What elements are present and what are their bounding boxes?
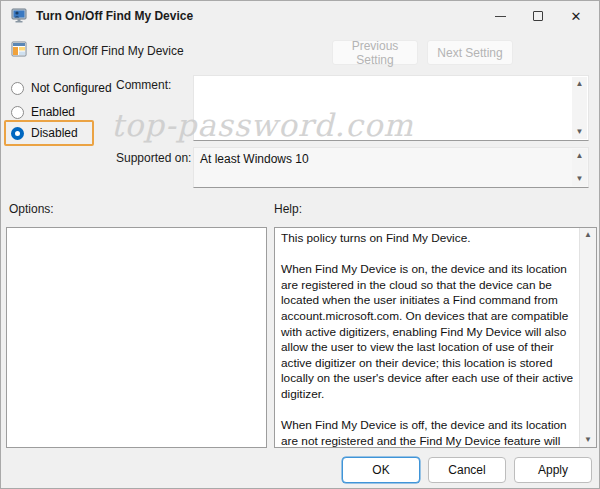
maximize-button[interactable] bbox=[519, 1, 557, 31]
scroll-up-icon[interactable]: ▲ bbox=[576, 77, 584, 91]
radio-disabled-highlighted[interactable]: Disabled bbox=[4, 120, 94, 146]
scroll-up-icon[interactable]: ▲ bbox=[576, 149, 584, 163]
policy-name: Turn On/Off Find My Device bbox=[35, 44, 184, 58]
policy-header: Turn On/Off Find My Device Previous Sett… bbox=[1, 33, 599, 69]
window-title: Turn On/Off Find My Device bbox=[36, 9, 193, 23]
radio-enabled[interactable]: Enabled bbox=[11, 105, 75, 119]
policy-setting-icon bbox=[11, 41, 27, 57]
supported-on-value: At least Windows 10 bbox=[200, 152, 568, 166]
radio-label: Disabled bbox=[31, 126, 78, 140]
comment-scrollbar[interactable]: ▲ ▼ bbox=[572, 77, 587, 139]
supported-on-label: Supported on: bbox=[116, 151, 191, 165]
scroll-down-icon[interactable]: ▼ bbox=[576, 172, 584, 186]
window-controls: ✕ bbox=[481, 1, 595, 31]
close-icon: ✕ bbox=[571, 10, 582, 23]
comment-label: Comment: bbox=[116, 78, 171, 92]
radio-circle-icon bbox=[11, 82, 24, 95]
scroll-up-icon[interactable]: ▲ bbox=[584, 228, 592, 242]
dialog-footer: OK Cancel Apply bbox=[342, 457, 592, 483]
comment-textarea[interactable]: ▲ ▼ bbox=[193, 75, 589, 141]
scroll-down-icon[interactable]: ▼ bbox=[576, 125, 584, 139]
help-panel: This policy turns on Find My Device. Whe… bbox=[274, 227, 597, 448]
help-text: This policy turns on Find My Device. Whe… bbox=[275, 228, 579, 447]
minimize-icon bbox=[495, 16, 506, 17]
help-label: Help: bbox=[274, 202, 302, 216]
scroll-down-icon[interactable]: ▼ bbox=[584, 433, 592, 447]
gpedit-monitor-icon bbox=[11, 8, 27, 24]
close-button[interactable]: ✕ bbox=[557, 1, 595, 31]
cancel-button[interactable]: Cancel bbox=[428, 457, 506, 483]
options-label: Options: bbox=[9, 202, 54, 216]
minimize-button[interactable] bbox=[481, 1, 519, 31]
radio-circle-icon bbox=[11, 106, 24, 119]
options-panel bbox=[6, 227, 267, 448]
radio-label: Enabled bbox=[31, 105, 75, 119]
supported-on-textbox: At least Windows 10 ▲ ▼ bbox=[193, 147, 589, 188]
policy-setting-window: Turn On/Off Find My Device ✕ Turn On/Off… bbox=[0, 0, 600, 489]
supported-scrollbar[interactable]: ▲ ▼ bbox=[572, 149, 587, 186]
previous-setting-button[interactable]: Previous Setting bbox=[332, 40, 418, 65]
apply-button[interactable]: Apply bbox=[514, 457, 592, 483]
ok-button[interactable]: OK bbox=[342, 457, 420, 483]
maximize-icon bbox=[533, 11, 543, 21]
radio-selected-icon bbox=[11, 127, 24, 140]
radio-label: Not Configured bbox=[31, 81, 112, 95]
next-setting-button[interactable]: Next Setting bbox=[427, 40, 513, 65]
title-bar: Turn On/Off Find My Device ✕ bbox=[1, 1, 599, 31]
radio-not-configured[interactable]: Not Configured bbox=[11, 81, 112, 95]
help-scrollbar[interactable]: ▲ ▼ bbox=[579, 228, 596, 447]
